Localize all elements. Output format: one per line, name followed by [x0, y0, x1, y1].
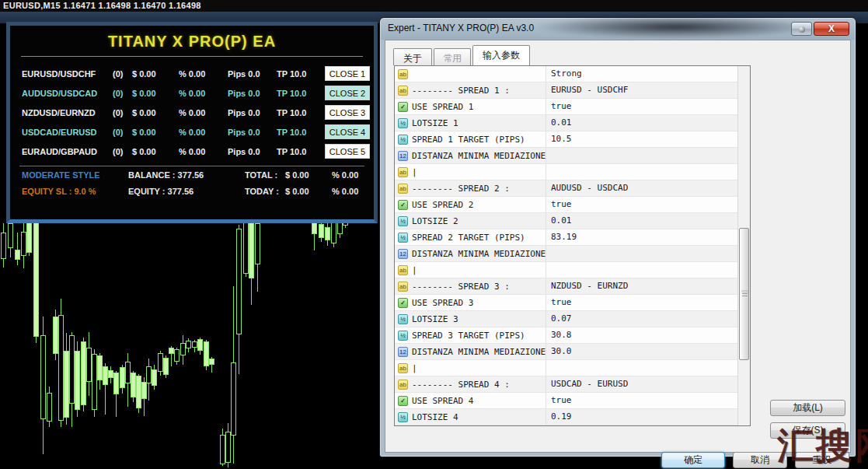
dialog-titlebar[interactable]: Expert - TITANY X PRO(P) EA v3.0: [380, 18, 856, 40]
close-button[interactable]: X: [814, 22, 849, 36]
parameter-row[interactable]: ✓USE SPREAD 4true: [395, 393, 750, 409]
candle-wick: [17, 233, 18, 265]
param-label: |: [412, 167, 546, 177]
param-value[interactable]: 10.5: [546, 131, 750, 147]
ok-button[interactable]: 确定: [661, 452, 725, 468]
parameter-row[interactable]: 12DISTANZA MINIMA MEDIAZIONE (P: [395, 148, 750, 164]
cancel-button[interactable]: 取消: [733, 452, 787, 468]
tab-common[interactable]: 常用: [434, 48, 471, 65]
param-type-int-icon: 12: [398, 249, 408, 259]
parameter-row[interactable]: ½LOTSIZE 40.19: [395, 409, 750, 425]
parameter-row[interactable]: abStrong: [395, 66, 750, 82]
param-value[interactable]: [546, 246, 750, 261]
param-label: SPREAD 3 TARGET (PIPS): [412, 331, 546, 341]
param-value[interactable]: [546, 148, 750, 163]
parameter-row[interactable]: ✓USE SPREAD 2true: [395, 197, 750, 213]
param-value[interactable]: 83.19: [546, 229, 750, 245]
param-value[interactable]: Strong: [546, 66, 750, 82]
parameter-row[interactable]: ½LOTSIZE 20.01: [395, 213, 750, 229]
param-value[interactable]: 0.01: [546, 213, 750, 229]
parameter-row[interactable]: ab|: [395, 262, 750, 278]
candle-body: [225, 432, 231, 463]
close-trade-button[interactable]: CLOSE 2: [325, 86, 370, 100]
parameter-row[interactable]: ½SPREAD 1 TARGET (PIPS)10.5: [395, 131, 750, 148]
close-trade-button[interactable]: CLOSE 5: [325, 144, 370, 159]
parameter-rows: abStrongab-------- SPREAD 1 :EURUSD - US…: [395, 66, 750, 425]
parameter-row[interactable]: ab|: [395, 164, 750, 180]
load-button[interactable]: 加载(L): [770, 400, 845, 416]
close-trade-button[interactable]: CLOSE 4: [325, 124, 370, 139]
today-label: TODAY :: [245, 187, 285, 196]
param-value[interactable]: USDCAD - EURUSD: [546, 376, 750, 392]
param-value[interactable]: 30.8: [546, 327, 750, 343]
stats-row-1: MODERATE STYLE BALANCE : 377.56 TOTAL : …: [10, 166, 374, 183]
param-type-bool-icon: ✓: [398, 298, 408, 308]
param-type-string-icon: ab: [398, 363, 408, 373]
profit-pct: % 0.00: [179, 108, 228, 117]
tab-about[interactable]: 关于: [393, 48, 432, 65]
help-button[interactable]: [791, 22, 812, 36]
candle-body: [136, 376, 141, 408]
param-type-double-icon: ½: [398, 412, 408, 422]
parameter-row[interactable]: ab|: [395, 360, 750, 376]
param-value[interactable]: EURUSD - USDCHF: [546, 82, 750, 98]
save-button[interactable]: 保存(S): [770, 422, 845, 439]
param-value[interactable]: true: [546, 99, 750, 114]
param-value[interactable]: NZDUSD - EURNZD: [546, 278, 750, 294]
param-type-int-icon: 12: [398, 347, 408, 357]
reset-button[interactable]: 重设: [795, 452, 849, 468]
parameter-row[interactable]: ab-------- SPREAD 4 :USDCAD - EURUSD: [395, 376, 750, 393]
param-value[interactable]: true: [546, 393, 750, 408]
param-label: SPREAD 2 TARGET (PIPS): [412, 233, 546, 243]
param-label: LOTSIZE 2: [412, 216, 546, 226]
candle-body: [204, 341, 209, 366]
param-type-double-icon: ½: [398, 135, 408, 145]
param-value[interactable]: [546, 360, 750, 376]
parameter-row[interactable]: ✓USE SPREAD 3true: [395, 295, 750, 311]
tp-value: TP 10.0: [277, 69, 325, 79]
close-trade-button[interactable]: CLOSE 1: [325, 66, 370, 81]
candle-body: [1, 233, 6, 259]
pips-value: Pips 0.0: [228, 69, 277, 79]
parameter-row[interactable]: 12DISTANZA MINIMA MEDIAZIONE (P30.0: [395, 344, 750, 360]
param-type-string-icon: ab: [398, 69, 408, 79]
candle-body: [120, 367, 125, 388]
param-value[interactable]: [546, 164, 750, 180]
pair-label: NZDUSD/EURNZD: [22, 108, 113, 117]
candle-body: [47, 393, 52, 422]
parameter-row[interactable]: ½SPREAD 3 TARGET (PIPS)30.8: [395, 327, 750, 344]
param-value[interactable]: AUDUSD - USDCAD: [546, 180, 750, 196]
param-label: LOTSIZE 3: [412, 314, 546, 324]
parameter-row[interactable]: ✓USE SPREAD 1true: [395, 99, 750, 115]
profit-usd: $ 0.00: [132, 69, 179, 79]
param-label: DISTANZA MINIMA MEDIAZIONE (P: [412, 151, 546, 161]
param-value[interactable]: [546, 262, 750, 278]
parameter-list: abStrongab-------- SPREAD 1 :EURUSD - US…: [394, 65, 751, 426]
candle-body: [249, 222, 254, 278]
tab-inputs[interactable]: 输入参数: [472, 45, 530, 65]
param-value[interactable]: true: [546, 295, 750, 310]
close-trade-button[interactable]: CLOSE 3: [325, 105, 370, 120]
orders-count: (0): [113, 69, 132, 79]
pips-value: Pips 0.0: [228, 128, 277, 137]
param-value[interactable]: 0.19: [546, 409, 750, 425]
dialog-title: Expert - TITANY X PRO(P) EA v3.0: [388, 23, 534, 33]
parameter-row[interactable]: ab-------- SPREAD 2 :AUDUSD - USDCAD: [395, 180, 750, 197]
candle-body: [81, 341, 86, 405]
total-pct: % 0.00: [332, 170, 378, 180]
param-value[interactable]: 0.07: [546, 311, 750, 327]
param-value[interactable]: 0.01: [546, 115, 750, 131]
param-type-string-icon: ab: [398, 282, 408, 292]
parameter-row[interactable]: 12DISTANZA MINIMA MEDIAZIONE (P: [395, 246, 750, 262]
tp-value: TP 10.0: [277, 89, 325, 98]
param-value[interactable]: true: [546, 197, 750, 212]
parameter-row[interactable]: ab-------- SPREAD 3 :NZDUSD - EURNZD: [395, 278, 750, 295]
parameter-row[interactable]: ½SPREAD 2 TARGET (PIPS)83.19: [395, 229, 750, 246]
equity-sl-label: EQUITY SL : 9.0 %: [22, 187, 128, 196]
param-value[interactable]: 30.0: [546, 344, 750, 359]
scrollbar-thumb[interactable]: [739, 228, 749, 360]
scrollbar-track[interactable]: [737, 66, 750, 425]
parameter-row[interactable]: ab-------- SPREAD 1 :EURUSD - USDCHF: [395, 82, 750, 99]
parameter-row[interactable]: ½LOTSIZE 30.07: [395, 311, 750, 327]
parameter-row[interactable]: ½LOTSIZE 10.01: [395, 115, 750, 131]
